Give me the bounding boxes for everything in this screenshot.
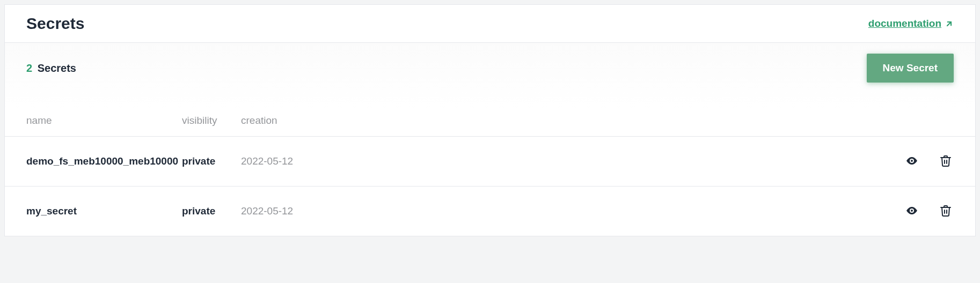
delete-secret-button[interactable] — [938, 203, 954, 219]
new-secret-button[interactable]: New Secret — [867, 54, 954, 83]
secrets-count: 2 Secrets — [26, 62, 76, 75]
panel-header: Secrets documentation — [5, 5, 975, 43]
eye-icon — [905, 154, 918, 167]
secret-name: demo_fs_meb10000_meb10000 — [5, 137, 182, 187]
col-header-actions — [517, 108, 975, 137]
view-secret-button[interactable] — [904, 203, 920, 219]
delete-secret-button[interactable] — [938, 153, 954, 169]
view-secret-button[interactable] — [904, 153, 920, 169]
secrets-count-number: 2 — [26, 62, 32, 74]
secret-creation: 2022-05-12 — [241, 137, 517, 187]
secret-visibility: private — [182, 187, 241, 236]
secrets-table: name visibility creation demo_fs_meb1000… — [5, 108, 975, 236]
secret-creation: 2022-05-12 — [241, 187, 517, 236]
col-header-name: name — [5, 108, 182, 137]
page-title: Secrets — [26, 14, 84, 33]
table-row: demo_fs_meb10000_meb10000 private 2022-0… — [5, 137, 975, 187]
external-link-icon — [945, 19, 954, 28]
table-row: my_secret private 2022-05-12 — [5, 187, 975, 236]
eye-icon — [905, 204, 918, 217]
documentation-link-label: documentation — [868, 18, 941, 29]
secret-name: my_secret — [5, 187, 182, 236]
secrets-count-label: Secrets — [38, 62, 76, 74]
secrets-panel: Secrets documentation 2 Secrets New Secr… — [4, 4, 976, 236]
trash-icon — [939, 154, 952, 167]
secret-visibility: private — [182, 137, 241, 187]
col-header-creation: creation — [241, 108, 517, 137]
documentation-link[interactable]: documentation — [868, 18, 954, 29]
panel-subheader: 2 Secrets New Secret — [5, 43, 975, 108]
trash-icon — [939, 204, 952, 217]
table-header-row: name visibility creation — [5, 108, 975, 137]
col-header-visibility: visibility — [182, 108, 241, 137]
